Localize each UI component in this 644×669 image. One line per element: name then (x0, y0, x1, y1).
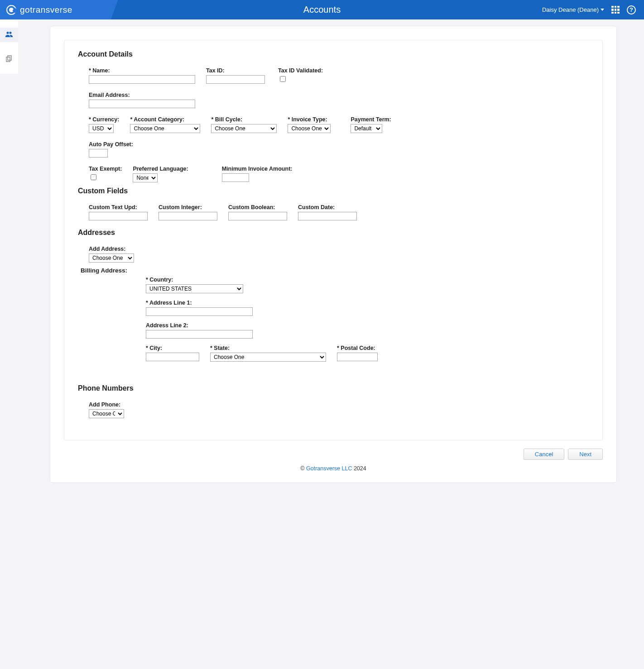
brand-name: gotransverse (20, 5, 72, 15)
input-postal-code[interactable] (337, 353, 378, 361)
label-tax-exempt: Tax Exempt: (89, 166, 122, 172)
field-add-address: Add Address: Choose One (89, 246, 134, 263)
input-custom-boolean[interactable] (228, 212, 287, 220)
select-bill-cycle[interactable]: Choose One (211, 124, 277, 133)
label-custom-date: Custom Date: (298, 204, 357, 210)
label-name: Name: (89, 67, 195, 74)
user-name: Daisy Deane (Deane) (542, 6, 599, 13)
field-custom-date: Custom Date: (298, 204, 357, 220)
label-payment-term: Payment Term: (351, 116, 391, 123)
next-button[interactable]: Next (568, 449, 603, 460)
field-account-category: Account Category: Choose One (130, 116, 200, 133)
field-tax-id: Tax ID: (206, 67, 265, 84)
field-add-phone: Add Phone: Choose One (89, 401, 124, 418)
input-custom-date[interactable] (298, 212, 357, 220)
outer-card: Account Details Name: Tax ID: Tax ID Val… (50, 26, 617, 483)
field-postal-code: Postal Code: (337, 345, 378, 362)
label-preferred-language: Preferred Language: (133, 166, 188, 172)
apps-icon[interactable] (611, 6, 620, 14)
label-email: Email Address: (89, 92, 195, 98)
input-min-invoice-amount[interactable] (222, 173, 249, 182)
input-custom-text-upd[interactable] (89, 212, 148, 220)
select-add-address[interactable]: Choose One (89, 253, 134, 263)
field-address-line-2: Address Line 2: (146, 322, 589, 339)
section-phone-numbers: Phone Numbers (78, 384, 589, 392)
input-auto-pay-offset[interactable] (89, 149, 108, 158)
form-card: Account Details Name: Tax ID: Tax ID Val… (64, 40, 603, 440)
input-email[interactable] (89, 100, 195, 108)
section-addresses: Addresses (78, 229, 589, 237)
label-min-invoice-amount: Minimum Invoice Amount: (222, 166, 293, 172)
header-right: Daisy Deane (Deane) ? (542, 5, 644, 14)
select-state[interactable]: Choose One (210, 353, 326, 362)
footer-year: 2024 (352, 465, 366, 472)
field-custom-boolean: Custom Boolean: (228, 204, 287, 220)
checkbox-tax-exempt[interactable] (91, 174, 96, 180)
checkbox-tax-id-validated[interactable] (280, 76, 286, 82)
input-address-line-1[interactable] (146, 307, 253, 316)
select-add-phone[interactable]: Choose One (89, 409, 124, 418)
row-city-state-postal: City: State: Choose One Postal Code: (146, 345, 589, 362)
row-autopay: Auto Pay Offset: (89, 141, 589, 158)
input-city[interactable] (146, 353, 199, 361)
field-tax-id-validated: Tax ID Validated: (278, 67, 323, 84)
select-payment-term[interactable]: Default (351, 124, 382, 133)
select-account-category[interactable]: Choose One (130, 124, 200, 133)
field-custom-integer: Custom Integer: (159, 204, 217, 220)
label-tax-id-validated: Tax ID Validated: (278, 67, 323, 74)
row-name-tax: Name: Tax ID: Tax ID Validated: (89, 67, 589, 84)
row-custom: Custom Text Upd: Custom Integer: Custom … (89, 204, 589, 220)
label-add-address: Add Address: (89, 246, 134, 252)
field-email: Email Address: (89, 92, 195, 108)
billing-address-label: Billing Address: (81, 267, 589, 274)
field-payment-term: Payment Term: Default (351, 116, 391, 133)
row-add-address: Add Address: Choose One (89, 246, 589, 263)
field-preferred-language: Preferred Language: None (133, 166, 188, 182)
page-title: Accounts (303, 5, 341, 15)
row-tax-exempt: Tax Exempt: Preferred Language: None Min… (89, 166, 589, 182)
help-icon[interactable]: ? (627, 5, 636, 14)
label-custom-text-upd: Custom Text Upd: (89, 204, 148, 210)
select-currency[interactable]: USD (89, 124, 114, 133)
label-invoice-type: Invoice Type: (288, 116, 331, 123)
label-city: City: (146, 345, 199, 351)
sidebar-item-copy[interactable] (0, 52, 18, 67)
section-custom-fields: Custom Fields (78, 187, 589, 195)
label-bill-cycle: Bill Cycle: (211, 116, 277, 123)
select-preferred-language[interactable]: None (133, 173, 158, 182)
header: gotransverse Accounts Daisy Deane (Deane… (0, 0, 644, 19)
label-postal-code: Postal Code: (337, 345, 378, 351)
footer: © Gotransverse LLC 2024 (64, 465, 603, 472)
input-custom-integer[interactable] (159, 212, 217, 220)
label-currency: Currency: (89, 116, 119, 123)
select-invoice-type[interactable]: Choose One (288, 124, 331, 133)
input-tax-id[interactable] (206, 75, 265, 84)
label-address-line-2: Address Line 2: (146, 322, 589, 329)
brand-logo[interactable]: gotransverse (0, 0, 140, 19)
field-currency: Currency: USD (89, 116, 119, 133)
field-city: City: (146, 345, 199, 362)
label-address-line-1: Address Line 1: (146, 300, 589, 306)
field-state: State: Choose One (210, 345, 326, 362)
field-min-invoice-amount: Minimum Invoice Amount: (222, 166, 293, 182)
label-add-phone: Add Phone: (89, 401, 124, 408)
caret-down-icon (601, 9, 604, 11)
field-auto-pay-offset: Auto Pay Offset: (89, 141, 133, 158)
field-country: Country: UNITED STATES (146, 277, 589, 293)
input-name[interactable] (89, 75, 195, 84)
label-custom-boolean: Custom Boolean: (228, 204, 287, 210)
cancel-button[interactable]: Cancel (524, 449, 564, 460)
label-state: State: (210, 345, 326, 351)
input-address-line-2[interactable] (146, 330, 253, 339)
copy-icon (6, 55, 13, 63)
sidebar (0, 19, 18, 74)
footer-link[interactable]: Gotransverse LLC (306, 465, 352, 472)
field-name: Name: (89, 67, 195, 84)
user-menu[interactable]: Daisy Deane (Deane) (542, 6, 604, 13)
row-currency: Currency: USD Account Category: Choose O… (89, 116, 589, 133)
select-country[interactable]: UNITED STATES (146, 284, 243, 293)
field-address-line-1: Address Line 1: (146, 300, 589, 316)
field-bill-cycle: Bill Cycle: Choose One (211, 116, 277, 133)
sidebar-item-accounts[interactable] (0, 28, 18, 42)
users-icon (5, 31, 13, 39)
